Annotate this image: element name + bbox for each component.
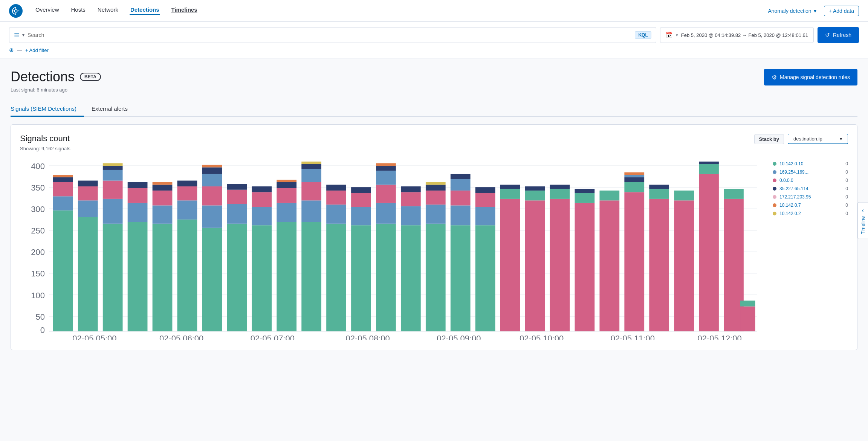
svg-rect-49 bbox=[202, 186, 222, 206]
signals-card-header: Signals count Stack by destination.ip ▾ bbox=[20, 134, 848, 144]
page-title-row: Detections BETA bbox=[11, 69, 101, 85]
stack-by-select[interactable]: destination.ip ▾ bbox=[788, 134, 848, 144]
svg-rect-76 bbox=[351, 225, 371, 331]
svg-rect-38 bbox=[153, 224, 173, 331]
beta-badge: BETA bbox=[80, 73, 101, 81]
svg-rect-79 bbox=[351, 187, 371, 193]
legend-label-4[interactable]: 172.217.203.95 bbox=[779, 194, 842, 200]
svg-rect-32 bbox=[103, 166, 123, 170]
tab-signals[interactable]: Signals (SIEM Detections) bbox=[11, 102, 84, 117]
svg-rect-116 bbox=[599, 200, 619, 331]
legend-label-0[interactable]: 10.142.0.10 bbox=[779, 161, 842, 166]
anomaly-chevron-icon: ▾ bbox=[814, 8, 816, 14]
kql-badge[interactable]: KQL bbox=[635, 31, 651, 39]
nav-hosts[interactable]: Hosts bbox=[70, 6, 86, 15]
svg-rect-120 bbox=[624, 177, 644, 182]
filter-dropdown-icon[interactable]: ▾ bbox=[22, 32, 24, 38]
svg-rect-40 bbox=[153, 191, 173, 206]
svg-rect-128 bbox=[699, 174, 719, 331]
legend-dot-3 bbox=[773, 187, 776, 191]
refresh-button[interactable]: ↺ Refresh bbox=[818, 27, 859, 43]
svg-rect-99 bbox=[451, 174, 471, 179]
svg-rect-22 bbox=[53, 177, 73, 182]
svg-rect-91 bbox=[426, 204, 446, 224]
app-logo[interactable] bbox=[9, 4, 23, 18]
signals-count-card: Signals count Stack by destination.ip ▾ … bbox=[11, 124, 857, 350]
legend-label-1[interactable]: 169.254.169.... bbox=[779, 169, 842, 175]
svg-text:02-05 08:00: 02-05 08:00 bbox=[345, 334, 390, 340]
svg-rect-48 bbox=[202, 205, 222, 227]
legend-dot-5 bbox=[773, 203, 776, 207]
svg-text:100: 100 bbox=[31, 291, 45, 300]
svg-rect-30 bbox=[103, 181, 123, 199]
svg-rect-101 bbox=[475, 207, 495, 225]
legend-dot-1 bbox=[773, 170, 776, 174]
dropdown-icon: ▾ bbox=[676, 33, 678, 38]
svg-text:02-05 11:00: 02-05 11:00 bbox=[611, 334, 655, 340]
legend-count-4: 0 bbox=[845, 194, 848, 200]
legend-item-3: 35.227.65.114 0 bbox=[773, 186, 848, 191]
legend-label-5[interactable]: 10.142.0.7 bbox=[779, 203, 842, 208]
anomaly-detection-button[interactable]: Anomaly detection ▾ bbox=[768, 8, 816, 14]
svg-rect-90 bbox=[426, 224, 446, 331]
svg-text:02-05 06:00: 02-05 06:00 bbox=[159, 334, 203, 340]
svg-rect-106 bbox=[500, 185, 520, 189]
signals-count-title: Signals count bbox=[20, 134, 70, 143]
svg-rect-26 bbox=[78, 186, 98, 200]
svg-rect-117 bbox=[599, 191, 619, 200]
add-data-button[interactable]: + Add data bbox=[824, 6, 859, 16]
stack-by-value: destination.ip bbox=[793, 136, 822, 142]
add-filter-link[interactable]: + Add filter bbox=[25, 47, 49, 53]
nav-detections[interactable]: Detections bbox=[130, 6, 160, 15]
search-box[interactable]: ☰ ▾ KQL bbox=[9, 27, 656, 43]
svg-text:150: 150 bbox=[31, 269, 45, 278]
svg-rect-115 bbox=[575, 189, 595, 193]
timeline-sidebar[interactable]: ‹ Timeline bbox=[857, 202, 868, 239]
svg-rect-96 bbox=[451, 205, 471, 225]
svg-text:400: 400 bbox=[31, 162, 45, 171]
nav-network[interactable]: Network bbox=[97, 6, 119, 15]
svg-rect-64 bbox=[277, 182, 296, 188]
date-range-picker[interactable]: 📅 ▾ Feb 5, 2020 @ 04:14:39.82 → Feb 5, 2… bbox=[660, 27, 814, 43]
search-bar-section: ☰ ▾ KQL 📅 ▾ Feb 5, 2020 @ 04:14:39.82 → … bbox=[0, 22, 868, 58]
svg-text:02-05 12:00: 02-05 12:00 bbox=[697, 334, 741, 340]
filter-row: ⊕ — + Add filter bbox=[9, 47, 859, 53]
filter-icon: ☰ bbox=[14, 32, 19, 39]
svg-rect-121 bbox=[624, 175, 644, 177]
refresh-icon: ↺ bbox=[825, 32, 830, 38]
legend-count-0: 0 bbox=[845, 161, 848, 166]
svg-rect-72 bbox=[326, 224, 346, 331]
legend-label-3[interactable]: 35.227.65.114 bbox=[779, 186, 842, 191]
svg-rect-124 bbox=[649, 189, 669, 199]
svg-rect-35 bbox=[128, 203, 148, 222]
nav-right: Anomaly detection ▾ + Add data bbox=[768, 6, 859, 16]
search-input[interactable] bbox=[28, 32, 632, 38]
tab-external-alerts[interactable]: External alerts bbox=[92, 102, 135, 117]
nav-timelines[interactable]: Timelines bbox=[171, 6, 198, 15]
manage-rules-button[interactable]: ⚙ Manage signal detection rules bbox=[764, 69, 857, 85]
svg-rect-134 bbox=[740, 301, 755, 306]
legend-label-2[interactable]: 0.0.0.0 bbox=[779, 178, 842, 183]
manage-rules-label: Manage signal detection rules bbox=[780, 74, 850, 80]
svg-rect-70 bbox=[301, 164, 321, 169]
filter-options-button[interactable]: ⊕ bbox=[9, 47, 14, 53]
svg-rect-55 bbox=[227, 190, 247, 204]
svg-rect-57 bbox=[252, 225, 272, 331]
svg-rect-51 bbox=[202, 167, 222, 174]
legend-label-6[interactable]: 10.142.0.2 bbox=[779, 211, 842, 216]
svg-rect-132 bbox=[724, 189, 744, 199]
svg-rect-82 bbox=[376, 185, 396, 203]
svg-rect-108 bbox=[525, 191, 545, 200]
svg-rect-36 bbox=[128, 188, 148, 203]
stack-by-chevron-icon: ▾ bbox=[840, 136, 842, 142]
svg-rect-107 bbox=[525, 200, 545, 331]
svg-rect-58 bbox=[252, 207, 272, 225]
svg-text:250: 250 bbox=[31, 226, 45, 235]
svg-rect-24 bbox=[78, 217, 98, 331]
svg-rect-92 bbox=[426, 191, 446, 204]
svg-rect-19 bbox=[53, 211, 73, 331]
svg-rect-74 bbox=[326, 191, 346, 204]
gear-icon: ⚙ bbox=[772, 74, 777, 81]
nav-overview[interactable]: Overview bbox=[35, 6, 60, 15]
svg-rect-95 bbox=[451, 225, 471, 331]
